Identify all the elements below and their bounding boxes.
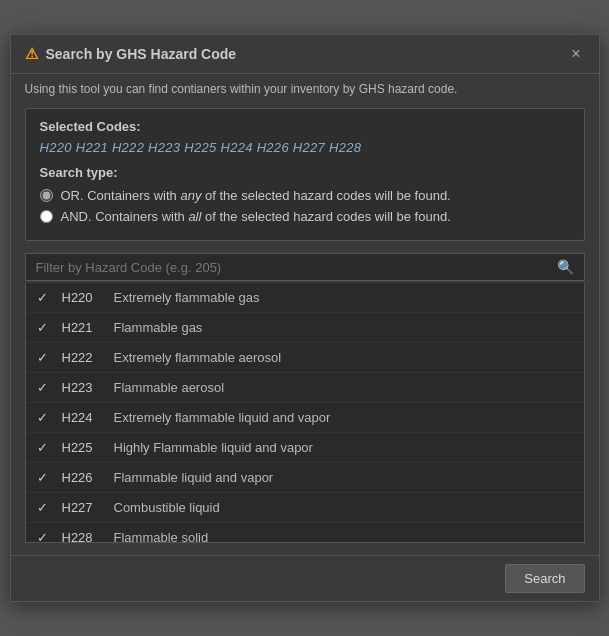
list-item[interactable]: ✓H223Flammable aerosol <box>26 373 584 403</box>
warning-icon: ⚠ <box>25 45 38 63</box>
item-check: ✓ <box>36 470 50 485</box>
filter-input[interactable] <box>36 260 557 275</box>
item-description: Flammable solid <box>114 530 209 543</box>
item-code: H224 <box>62 410 102 425</box>
close-button[interactable]: × <box>567 45 584 63</box>
item-check: ✓ <box>36 440 50 455</box>
item-description: Extremely flammable gas <box>114 290 260 305</box>
item-code: H220 <box>62 290 102 305</box>
search-type-label: Search type: <box>40 165 570 180</box>
item-code: H228 <box>62 530 102 543</box>
item-check: ✓ <box>36 530 50 543</box>
item-description: Flammable liquid and vapor <box>114 470 274 485</box>
list-item[interactable]: ✓H222Extremely flammable aerosol <box>26 343 584 373</box>
dialog-title: Search by GHS Hazard Code <box>46 46 237 62</box>
item-check: ✓ <box>36 320 50 335</box>
items-list: ✓H220Extremely flammable gas✓H221Flammab… <box>25 283 585 543</box>
radio-or-label[interactable]: OR. Containers with any of the selected … <box>61 188 451 203</box>
search-button[interactable]: Search <box>505 564 584 593</box>
dialog-header: ⚠ Search by GHS Hazard Code × <box>11 35 599 74</box>
item-description: Highly Flammable liquid and vapor <box>114 440 313 455</box>
dialog-subtitle: Using this tool you can find contianers … <box>11 74 599 108</box>
radio-and[interactable] <box>40 210 53 223</box>
item-check: ✓ <box>36 500 50 515</box>
ghs-search-dialog: ⚠ Search by GHS Hazard Code × Using this… <box>10 34 600 602</box>
list-item[interactable]: ✓H224Extremely flammable liquid and vapo… <box>26 403 584 433</box>
dialog-footer: Search <box>11 555 599 601</box>
item-description: Flammable gas <box>114 320 203 335</box>
radio-and-label[interactable]: AND. Containers with all of the selected… <box>61 209 451 224</box>
codes-list: H220 H221 H222 H223 H225 H224 H226 H227 … <box>40 140 570 155</box>
dialog-title-row: ⚠ Search by GHS Hazard Code <box>25 45 237 63</box>
search-icon: 🔍 <box>557 259 574 275</box>
item-code: H223 <box>62 380 102 395</box>
item-check: ✓ <box>36 290 50 305</box>
list-item[interactable]: ✓H227Combustible liquid <box>26 493 584 523</box>
item-description: Extremely flammable aerosol <box>114 350 282 365</box>
item-check: ✓ <box>36 350 50 365</box>
item-code: H221 <box>62 320 102 335</box>
radio-or[interactable] <box>40 189 53 202</box>
list-item[interactable]: ✓H220Extremely flammable gas <box>26 283 584 313</box>
selected-codes-box: Selected Codes: H220 H221 H222 H223 H225… <box>25 108 585 241</box>
list-item[interactable]: ✓H225Highly Flammable liquid and vapor <box>26 433 584 463</box>
item-description: Extremely flammable liquid and vapor <box>114 410 331 425</box>
item-code: H226 <box>62 470 102 485</box>
list-item[interactable]: ✓H221Flammable gas <box>26 313 584 343</box>
item-code: H225 <box>62 440 102 455</box>
item-description: Combustible liquid <box>114 500 220 515</box>
list-item[interactable]: ✓H226Flammable liquid and vapor <box>26 463 584 493</box>
radio-row-and: AND. Containers with all of the selected… <box>40 209 570 224</box>
item-check: ✓ <box>36 380 50 395</box>
selected-codes-label: Selected Codes: <box>40 119 570 134</box>
item-code: H227 <box>62 500 102 515</box>
filter-row: 🔍 <box>25 253 585 281</box>
item-description: Flammable aerosol <box>114 380 225 395</box>
radio-row-or: OR. Containers with any of the selected … <box>40 188 570 203</box>
list-item[interactable]: ✓H228Flammable solid <box>26 523 584 543</box>
item-check: ✓ <box>36 410 50 425</box>
item-code: H222 <box>62 350 102 365</box>
